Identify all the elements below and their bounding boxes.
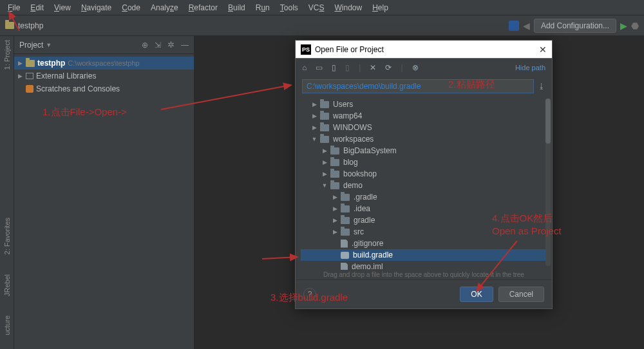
tree-root-name: testphp [37, 59, 65, 68]
folder-icon [341, 205, 350, 212]
menu-run[interactable]: Run [251, 2, 275, 14]
ok-button[interactable]: OK [460, 287, 493, 302]
add-configuration-button[interactable]: Add Configuration... [534, 19, 616, 33]
path-input[interactable] [302, 79, 534, 93]
menu-view[interactable]: View [49, 2, 76, 14]
menu-file[interactable]: File [3, 2, 25, 14]
project-dir-icon[interactable]: ▯ [332, 63, 336, 72]
project-folder-icon [5, 22, 14, 29]
hide-panel-icon[interactable]: — [181, 41, 189, 50]
folder-icon [26, 60, 35, 67]
tree-scrollbar[interactable] [545, 99, 551, 266]
file-tree-item[interactable]: ▶BigDataSystem [301, 145, 547, 156]
rail-project-tab[interactable]: 1: Project [3, 40, 11, 70]
menu-vcs[interactable]: VCS [303, 2, 330, 14]
desktop-icon[interactable]: ▭ [316, 63, 323, 72]
history-icon[interactable]: ⭳ [538, 82, 545, 91]
folder-icon [320, 124, 329, 131]
folder-icon [320, 113, 329, 120]
locate-icon[interactable]: ⊕ [142, 41, 148, 50]
back-icon[interactable]: ◀ [523, 21, 530, 31]
new-folder-icon[interactable]: ▯ [345, 63, 350, 72]
show-hidden-icon[interactable]: ⊗ [412, 63, 419, 72]
plugin-icon[interactable] [509, 21, 519, 31]
project-tree: ▶ testphp C:\workspaces\testphp ▶ Extern… [14, 54, 194, 98]
gear-icon[interactable]: ✲ [167, 40, 175, 50]
tree-root[interactable]: ▶ testphp C:\workspaces\testphp [14, 57, 194, 70]
tree-scratches[interactable]: Scratches and Consoles [14, 82, 194, 95]
menu-navigate[interactable]: Navigate [76, 2, 117, 14]
refresh-icon[interactable]: ⟳ [385, 63, 392, 72]
folder-icon [320, 101, 329, 108]
rail-jrebel-tab[interactable]: JRebel [3, 274, 11, 296]
left-rail: 1: Project 2: Favorites JRebel ucture [0, 36, 14, 349]
panel-title: Project [19, 41, 43, 50]
rail-structure-tab[interactable]: ucture [3, 316, 11, 335]
file-tree-item[interactable]: ▼demo [301, 180, 547, 191]
menu-analyze[interactable]: Analyze [146, 2, 184, 14]
folder-icon [330, 147, 339, 155]
file-icon [341, 240, 348, 248]
close-icon[interactable]: ✕ [539, 44, 547, 55]
dialog-titlebar: PS Open File or Project ✕ [296, 41, 552, 59]
file-tree-item[interactable]: ▶Users [301, 99, 547, 110]
file-tree-item[interactable]: ▶bookshop [301, 168, 547, 180]
file-tree-item[interactable]: ▶blog [301, 156, 547, 168]
rail-favorites-tab[interactable]: 2: Favorites [3, 218, 11, 254]
file-tree-item[interactable]: demo.iml [301, 261, 547, 270]
menu-build[interactable]: Build [223, 2, 251, 14]
file-tree[interactable]: ▶Users▶wamp64▶WINDOWS▼workspaces▶BigData… [296, 96, 552, 270]
library-icon [26, 73, 33, 79]
menu-edit[interactable]: Edit [25, 2, 49, 14]
hide-path-link[interactable]: Hide path [515, 64, 545, 71]
help-button[interactable]: ? [303, 288, 316, 301]
dialog-title: Open File or Project [315, 45, 384, 54]
collapse-icon[interactable]: ⇲ [155, 41, 161, 50]
app-icon: PS [301, 44, 311, 55]
file-icon [341, 263, 348, 270]
file-tree-item[interactable]: ▶src [301, 226, 547, 238]
delete-icon[interactable]: ✕ [370, 63, 376, 72]
folder-icon [330, 182, 339, 189]
menu-help[interactable]: Help [367, 2, 393, 14]
tree-external-libs[interactable]: ▶ External Libraries [14, 70, 194, 82]
top-toolbar: testphp ◀ Add Configuration... ▶ ⬣ [0, 15, 644, 36]
file-tree-item[interactable]: ▶wamp64 [301, 110, 547, 122]
menu-code[interactable]: Code [117, 2, 146, 14]
breadcrumb[interactable]: testphp [18, 21, 43, 30]
folder-icon [341, 194, 350, 201]
menu-refactor[interactable]: Refactor [184, 2, 223, 14]
folder-icon [330, 171, 339, 178]
file-tree-item[interactable]: ▶.gradle [301, 191, 547, 203]
folder-icon [320, 136, 329, 143]
cancel-button[interactable]: Cancel [498, 287, 544, 302]
file-tree-item[interactable]: ▼workspaces [301, 133, 547, 145]
file-tree-item[interactable]: ▶WINDOWS [301, 122, 547, 133]
tree-root-path: C:\workspaces\testphp [68, 59, 139, 67]
dialog-hint: Drag and drop a file into the space abov… [296, 270, 552, 279]
file-tree-item[interactable]: ▶.idea [301, 203, 547, 214]
project-panel: Project ▼ ⊕ ⇲ ✲ — ▶ testphp C:\workspace… [14, 36, 194, 349]
folder-icon [341, 229, 350, 236]
file-tree-item[interactable]: ▶gradle [301, 214, 547, 226]
run-icon[interactable]: ▶ [620, 21, 627, 31]
debug-icon[interactable]: ⬣ [631, 21, 639, 31]
menu-window[interactable]: Window [329, 2, 367, 14]
file-tree-item[interactable]: .gitignore [301, 238, 547, 249]
folder-icon [341, 217, 350, 224]
home-icon[interactable]: ⌂ [302, 63, 307, 72]
menu-bar: File Edit View Navigate Code Analyze Ref… [0, 0, 644, 15]
panel-dropdown-icon[interactable]: ▼ [46, 42, 52, 48]
folder-icon [330, 159, 339, 166]
scratch-icon [26, 85, 33, 93]
gradle-icon [341, 252, 349, 259]
file-tree-item[interactable]: build.gradle [301, 249, 547, 261]
menu-tools[interactable]: Tools [275, 2, 303, 14]
open-file-dialog: PS Open File or Project ✕ ⌂ ▭ ▯ ▯ | ✕ ⟳ … [295, 40, 553, 309]
